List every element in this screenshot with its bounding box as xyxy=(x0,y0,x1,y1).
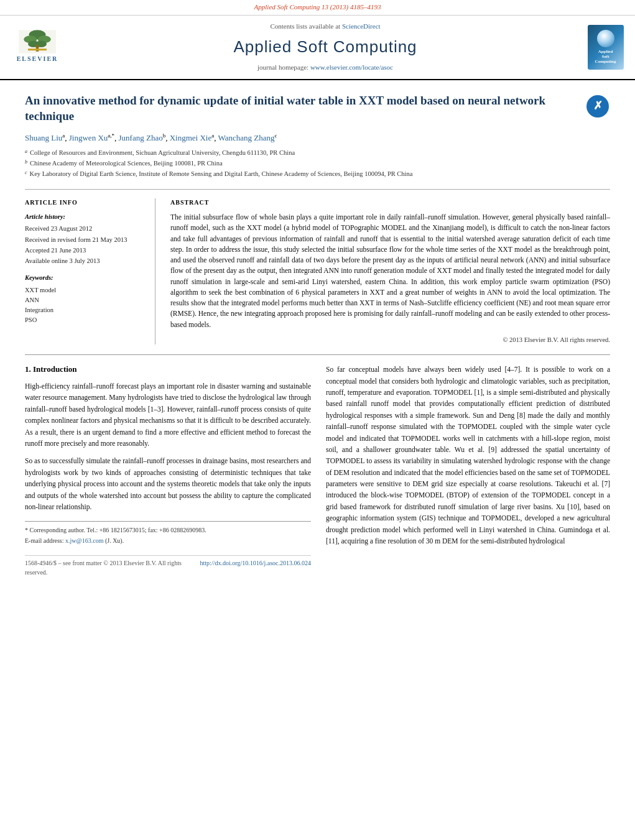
keyword-2: ANN xyxy=(25,295,146,305)
author-2-sup: a,* xyxy=(108,132,114,139)
journal-header: ELSEVIER Contents lists available at Sci… xyxy=(0,16,635,80)
intro-para-1: High-efficiency rainfall–runoff forecast… xyxy=(25,381,311,449)
article-info-heading: ARTICLE INFO xyxy=(25,198,146,208)
footnote-email-line: E-mail address: x.jw@163.com (J. Xu). xyxy=(25,536,311,545)
contents-text: Contents lists available at xyxy=(270,22,340,30)
elsevier-logo-area: ELSEVIER xyxy=(9,22,65,73)
main-right-column: So far conceptual models have always bee… xyxy=(326,364,610,583)
journal-title-area: Contents lists available at ScienceDirec… xyxy=(72,22,579,73)
homepage-url[interactable]: www.elsevier.com/locate/asoc xyxy=(310,63,393,71)
intro-para-2: So as to successfully simulate the rainf… xyxy=(25,455,311,512)
sciencedirect-link[interactable]: ScienceDirect xyxy=(342,22,381,30)
abstract-column: ABSTRACT The initial subsurface flow of … xyxy=(170,198,610,344)
author-5-sup: c xyxy=(274,132,277,139)
history-item-3: Accepted 21 June 2013 xyxy=(25,246,146,255)
sciencedirect-line: Contents lists available at ScienceDirec… xyxy=(270,22,380,32)
page-wrapper: Applied Soft Computing 13 (2013) 4185–41… xyxy=(0,0,635,596)
svg-rect-7 xyxy=(28,49,47,51)
author-3-sup: b xyxy=(163,132,166,139)
affil-3: c Key Laboratory of Digital Earth Scienc… xyxy=(25,169,610,180)
history-item-2: Received in revised form 21 May 2013 xyxy=(25,235,146,244)
footnote-email-suffix: (J. Xu). xyxy=(105,537,124,544)
copyright-line: © 2013 Elsevier B.V. All rights reserved… xyxy=(170,335,610,344)
info-abstract-section: ARTICLE INFO Article history: Received 2… xyxy=(25,189,610,344)
footnote-corresponding: * Corresponding author. Tel.: +86 182156… xyxy=(25,525,311,535)
author-2: Jingwen Xu xyxy=(69,133,108,142)
keywords-section: Keywords: XXT model ANN Integration PSO xyxy=(25,273,146,325)
elsevier-logo: ELSEVIER xyxy=(12,30,62,64)
journal-title: Applied Soft Computing xyxy=(233,35,417,59)
affil-2-sup: b xyxy=(25,159,27,169)
article-title-section: An innovative method for dynamic update … xyxy=(25,93,610,124)
cover-circle-graphic xyxy=(597,30,614,47)
abstract-text: The initial subsurface flow of whole bas… xyxy=(170,212,610,330)
article-title: An innovative method for dynamic update … xyxy=(25,93,580,124)
doi-link[interactable]: http://dx.doi.org/10.1016/j.asoc.2013.06… xyxy=(200,559,311,577)
keywords-label: Keywords: xyxy=(25,273,146,282)
article-area: An innovative method for dynamic update … xyxy=(0,80,635,596)
issn-text: 1568-4946/$ – see front matter © 2013 El… xyxy=(25,559,200,577)
cover-line-1: Applied xyxy=(598,49,613,54)
author-5: Wanchang Zhang xyxy=(218,133,274,142)
author-1-sup: a xyxy=(62,132,65,139)
author-4-sup: a xyxy=(211,132,214,139)
affil-2-text: Chinese Academy of Meteorological Scienc… xyxy=(30,159,223,169)
author-3: Junfang Zhao xyxy=(119,133,163,142)
keyword-1: XXT model xyxy=(25,285,146,295)
journal-homepage-line: journal homepage: www.elsevier.com/locat… xyxy=(257,63,393,73)
main-left-column: 1. Introduction High-efficiency rainfall… xyxy=(25,364,311,583)
cover-line-3: Computing xyxy=(595,59,616,64)
footnote-email-link[interactable]: x.jw@163.com xyxy=(65,537,103,544)
elsevier-tree-icon xyxy=(19,30,56,53)
authors-line: Shuang Liua, Jingwen Xua,*, Junfang Zhao… xyxy=(25,132,610,144)
affil-3-text: Key Laboratory of Digital Earth Science,… xyxy=(30,169,413,180)
history-item-1: Received 23 August 2012 xyxy=(25,224,146,233)
author-1: Shuang Liu xyxy=(25,133,62,142)
affil-2: b Chinese Academy of Meteorological Scie… xyxy=(25,159,610,169)
article-history-label: Article history: xyxy=(25,212,146,221)
keyword-3: Integration xyxy=(25,305,146,315)
crossmark-icon: ✗ xyxy=(586,95,609,118)
journal-citation-bar: Applied Soft Computing 13 (2013) 4185–41… xyxy=(0,0,635,16)
keyword-4: PSO xyxy=(25,315,146,325)
bottom-bar: 1568-4946/$ – see front matter © 2013 El… xyxy=(25,555,311,583)
journal-citation-text: Applied Soft Computing 13 (2013) 4185–41… xyxy=(254,3,381,11)
affil-1: a College of Resources and Environment, … xyxy=(25,148,610,159)
footnote-area: * Corresponding author. Tel.: +86 182156… xyxy=(25,521,311,545)
footnote-email-label: E-mail address: xyxy=(25,537,63,544)
intro-section-title: 1. Introduction xyxy=(25,364,311,376)
crossmark-badge[interactable]: ✗ xyxy=(586,95,610,119)
elsevier-brand-text: ELSEVIER xyxy=(17,55,58,64)
affil-1-text: College of Resources and Environment, Si… xyxy=(30,148,295,159)
homepage-text: journal homepage: xyxy=(257,63,308,71)
affil-3-sup: c xyxy=(25,169,27,180)
affil-1-sup: a xyxy=(25,148,27,159)
abstract-heading: ABSTRACT xyxy=(170,198,610,208)
intro-section-label: Introduction xyxy=(33,364,77,374)
affiliations: a College of Resources and Environment, … xyxy=(25,148,610,180)
author-4: Xingmei Xie xyxy=(170,133,212,142)
article-info-column: ARTICLE INFO Article history: Received 2… xyxy=(25,198,155,344)
history-item-4: Available online 3 July 2013 xyxy=(25,256,146,265)
main-content: 1. Introduction High-efficiency rainfall… xyxy=(25,354,610,583)
journal-cover-area: Applied Soft Computing xyxy=(585,22,626,73)
intro-section-number: 1. xyxy=(25,364,31,374)
journal-cover-image: Applied Soft Computing xyxy=(588,25,624,70)
cover-line-2: Soft xyxy=(601,54,609,59)
intro-right-para-1: So far conceptual models have always bee… xyxy=(326,364,610,547)
